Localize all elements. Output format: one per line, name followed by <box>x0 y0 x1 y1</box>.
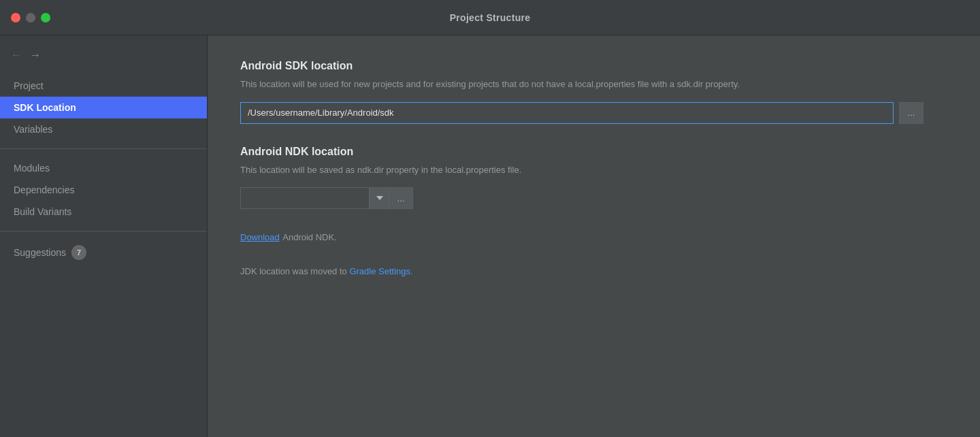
jdk-notice-prefix: JDK location was moved to <box>240 266 349 276</box>
download-row: Download Android NDK. <box>240 231 947 243</box>
back-arrow-icon[interactable]: ← <box>11 49 22 61</box>
android-sdk-title: Android SDK location <box>240 60 947 72</box>
sidebar-section-3: Suggestions 7 <box>0 237 207 268</box>
download-suffix: Android NDK. <box>282 232 336 242</box>
android-ndk-input-row: ... <box>240 187 947 209</box>
sidebar-divider-2 <box>0 231 207 231</box>
main-content: ← → Project SDK Location Variables Modul… <box>0 35 980 437</box>
android-sdk-input-row: ... <box>240 102 947 124</box>
sidebar-section-1: Project SDK Location Variables <box>0 72 207 143</box>
jdk-notice-section: JDK location was moved to Gradle Setting… <box>240 265 947 277</box>
sidebar-section-2: Modules Dependencies Build Variants <box>0 155 207 225</box>
window-title: Project Structure <box>450 12 531 23</box>
android-sdk-input[interactable] <box>240 102 894 124</box>
sidebar-item-modules[interactable]: Modules <box>0 157 207 179</box>
suggestions-badge: 7 <box>71 245 86 260</box>
close-button[interactable] <box>11 13 20 22</box>
sidebar-item-build-variants[interactable]: Build Variants <box>0 201 207 223</box>
traffic-lights <box>11 13 50 22</box>
sidebar-divider-1 <box>0 148 207 149</box>
sidebar-item-variables[interactable]: Variables <box>0 118 207 140</box>
gradle-settings-link[interactable]: Gradle Settings. <box>349 266 412 276</box>
sidebar-item-project[interactable]: Project <box>0 75 207 97</box>
title-bar: Project Structure <box>0 0 980 35</box>
android-ndk-dropdown-button[interactable] <box>370 187 389 209</box>
android-ndk-browse-button[interactable]: ... <box>389 187 413 209</box>
android-sdk-description: This location will be used for new proje… <box>240 78 853 91</box>
sidebar-item-sdk-location[interactable]: SDK Location <box>0 97 207 118</box>
android-ndk-input[interactable] <box>240 187 370 209</box>
chevron-down-icon <box>376 196 383 200</box>
maximize-button[interactable] <box>41 13 50 22</box>
sidebar-item-dependencies[interactable]: Dependencies <box>0 179 207 201</box>
minimize-button[interactable] <box>26 13 35 22</box>
android-ndk-section: Android NDK location This location will … <box>240 146 947 244</box>
android-sdk-section: Android SDK location This location will … <box>240 60 947 124</box>
nav-arrows: ← → <box>0 46 207 72</box>
content-panel: Android SDK location This location will … <box>208 35 980 437</box>
android-ndk-title: Android NDK location <box>240 146 947 158</box>
android-ndk-description: This location will be saved as ndk.dir p… <box>240 163 853 177</box>
sidebar: ← → Project SDK Location Variables Modul… <box>0 35 208 437</box>
download-link[interactable]: Download <box>240 232 280 242</box>
forward-arrow-icon[interactable]: → <box>30 49 41 61</box>
ndk-input-group: ... <box>240 187 413 209</box>
sidebar-item-suggestions[interactable]: Suggestions 7 <box>0 240 207 265</box>
android-sdk-browse-button[interactable]: ... <box>899 102 924 124</box>
